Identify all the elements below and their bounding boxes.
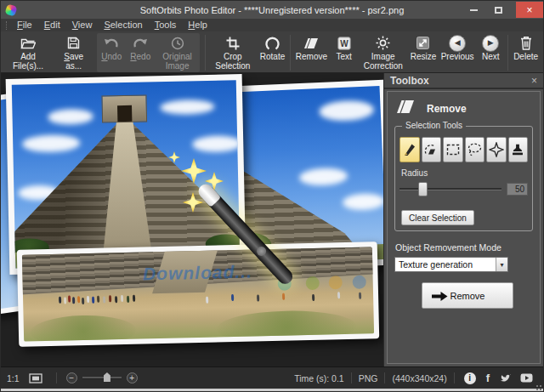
menu-help[interactable]: Help	[182, 20, 213, 31]
zoom-slider[interactable]	[82, 377, 122, 379]
radius-slider-thumb[interactable]	[418, 182, 428, 196]
watermark-text: Download...	[143, 262, 252, 285]
statusbar-separator	[351, 372, 352, 383]
title-bar: SoftOrbits Photo Editor - ****Unregister…	[1, 1, 543, 19]
watermark-dot	[353, 275, 366, 288]
text-tool-button[interactable]: W Text	[330, 33, 359, 61]
remove-button-label: Remove	[450, 291, 485, 301]
undo-icon	[104, 35, 119, 51]
menu-bar: File Edit View Selection Tools Help	[1, 19, 543, 31]
zoom-controls: 1:1 − +	[7, 372, 138, 383]
marker-tool-button[interactable]	[400, 137, 420, 162]
toolbox-body: Remove Selection Tools	[387, 91, 541, 364]
menu-view[interactable]: View	[66, 20, 99, 31]
active-tool-header: Remove	[396, 99, 533, 117]
remove-tool-button[interactable]: Remove	[293, 33, 330, 61]
image-dimensions-label: (440x340x24)	[389, 373, 449, 383]
tourist-crowd	[184, 295, 187, 302]
image-correction-button[interactable]: Image Correction	[359, 33, 408, 71]
svg-text:W: W	[340, 38, 348, 48]
toolbox-panel: Toolbox × Remove Selection Tools	[383, 73, 543, 366]
toolbar-separator	[290, 35, 291, 71]
main-area: Download... Toolbox ×	[1, 73, 543, 366]
remove-action-button[interactable]: Remove	[422, 282, 513, 309]
menu-tools[interactable]: Tools	[149, 20, 183, 31]
radius-slider[interactable]	[400, 188, 502, 190]
tourist-crowd	[52, 297, 54, 304]
toolbox-close-icon[interactable]: ×	[531, 76, 537, 86]
toolbar-separator	[507, 35, 508, 71]
rectangle-select-tool-button[interactable]	[443, 137, 463, 162]
redo-button[interactable]: Redo	[126, 33, 155, 71]
delete-button[interactable]: Delete	[511, 33, 541, 61]
status-bar: 1:1 − + Time (s): 0.1 PNG (440x340x24) i…	[1, 366, 543, 389]
removal-mode-select[interactable]: Texture generation ▾	[394, 257, 508, 272]
magic-wand-tool-button[interactable]	[486, 137, 507, 162]
rotate-icon	[265, 35, 280, 51]
magnetic-eraser-tool-button[interactable]	[422, 137, 442, 162]
watermark-dot	[329, 276, 343, 289]
statusbar-separator	[56, 372, 57, 383]
toolbox-title: Toolbox	[390, 75, 429, 87]
previous-circle-icon: ◀	[449, 35, 466, 51]
radius-value-field[interactable]: 50	[507, 183, 528, 196]
previous-button[interactable]: ◀ Previous	[439, 33, 476, 61]
crop-selection-button[interactable]: Crop Selection	[208, 33, 258, 71]
menu-file[interactable]: File	[11, 20, 38, 31]
stamp-tool-button[interactable]	[508, 137, 529, 162]
zoom-ratio-label[interactable]: 1:1	[7, 373, 20, 383]
add-files-button[interactable]: Add File(s)...	[3, 33, 53, 71]
clear-selection-button[interactable]: Clear Selection	[401, 210, 474, 225]
selection-tools-group: Selection Tools	[394, 126, 533, 231]
selection-tools-label: Selection Tools	[402, 121, 466, 130]
arrow-right-icon	[430, 290, 449, 304]
resize-grip[interactable]	[540, 385, 541, 387]
crop-icon	[226, 35, 240, 51]
text-w-icon: W	[337, 35, 351, 51]
zoom-out-button[interactable]: −	[66, 372, 77, 383]
lasso-tool-button[interactable]	[465, 137, 485, 162]
youtube-icon[interactable]	[520, 373, 533, 383]
undo-button[interactable]: Undo	[97, 33, 126, 71]
statusbar-info: Time (s): 0.1 PNG (440x340x24) i f	[292, 372, 537, 384]
window-controls: ×	[462, 1, 543, 19]
save-icon	[67, 35, 80, 51]
chevron-down-icon[interactable]: ▾	[496, 258, 507, 271]
menu-grip	[6, 21, 8, 30]
info-icon[interactable]: i	[464, 372, 476, 384]
radius-slider-row: 50	[400, 183, 528, 196]
selection-tools-row	[400, 137, 528, 162]
eraser-icon	[396, 99, 415, 117]
radius-label: Radius	[401, 168, 528, 178]
history-button-group: Undo Redo Original Image	[97, 33, 200, 72]
twitter-icon[interactable]	[499, 373, 512, 383]
original-image-button[interactable]: Original Image	[155, 33, 200, 71]
resize-button[interactable]: Resize	[408, 33, 439, 61]
resize-icon	[416, 35, 429, 51]
maximize-icon[interactable]	[495, 7, 502, 14]
next-button[interactable]: ▶ Next	[476, 33, 505, 61]
folder-icon	[20, 35, 36, 51]
zoom-slider-thumb[interactable]	[104, 372, 110, 382]
zoom-in-button[interactable]: +	[127, 372, 138, 383]
file-format-label: PNG	[356, 373, 381, 383]
processing-time-label: Time (s): 0.1	[292, 373, 347, 383]
redo-icon	[133, 35, 148, 51]
menu-selection[interactable]: Selection	[98, 20, 148, 31]
save-as-button[interactable]: Save as...	[53, 33, 94, 71]
window-bottom-edge	[1, 389, 543, 391]
main-toolbar: Add File(s)... Save as... Undo Redo	[1, 31, 543, 73]
active-tool-name: Remove	[427, 103, 467, 115]
facebook-icon[interactable]: f	[486, 372, 490, 384]
trash-icon	[520, 35, 532, 51]
next-circle-icon: ▶	[482, 35, 499, 51]
app-window: SoftOrbits Photo Editor - ****Unregister…	[0, 0, 544, 392]
removal-mode-label: Object Removement Mode	[395, 242, 533, 253]
image-canvas[interactable]: Download...	[1, 73, 383, 366]
close-button[interactable]: ×	[516, 2, 543, 18]
menu-edit[interactable]: Edit	[38, 20, 66, 31]
rotate-button[interactable]: Rotate	[258, 33, 287, 61]
fit-screen-icon[interactable]	[29, 373, 42, 383]
minimize-icon[interactable]	[470, 9, 478, 11]
statusbar-separator	[454, 372, 455, 383]
